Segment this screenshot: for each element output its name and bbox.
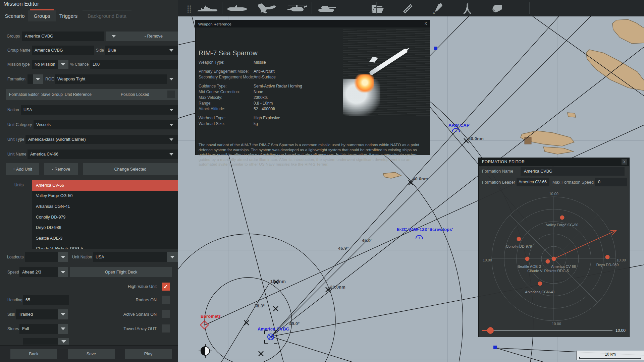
aircraft-icon[interactable]: [252, 0, 282, 16]
loadouts-select[interactable]: [25, 252, 58, 262]
radars-on-checkbox[interactable]: [162, 296, 170, 304]
play-button[interactable]: Play: [125, 349, 172, 359]
formation-polar-plot[interactable]: 10.00 10.00 10.00 10.00 Valley Forge CG-…: [479, 166, 629, 337]
change-selected-button[interactable]: Change Selected: [83, 163, 178, 175]
surface-ship-icon[interactable]: [193, 0, 222, 16]
unit-list-item[interactable]: Valley Forge CG-50: [32, 191, 178, 201]
chance-input[interactable]: 100: [90, 60, 178, 69]
mission-type-select[interactable]: No Mission: [32, 60, 58, 69]
group-name-input[interactable]: America CVBG: [32, 46, 94, 55]
unit-list-item[interactable]: Conolly DD-979: [32, 212, 178, 223]
unit-type-label: Unit Type: [7, 137, 24, 142]
add-unit-button[interactable]: + Add Unit: [6, 163, 39, 175]
high-value-unit-checkbox[interactable]: ✓: [162, 283, 170, 291]
formation-unit-dot[interactable]: [546, 259, 550, 264]
chevron-down-icon[interactable]: [169, 49, 173, 52]
save-button[interactable]: Save: [68, 349, 115, 359]
formation-unit-dot[interactable]: [517, 237, 521, 241]
groups-dropdown-remove-bar[interactable]: - Remove: [106, 32, 178, 41]
unit-nation-dropdown[interactable]: [167, 252, 178, 262]
ruler-icon[interactable]: [393, 0, 422, 16]
map-label-aaw-cap[interactable]: AAW CAP: [448, 123, 470, 128]
unit-square-marker[interactable]: [493, 346, 497, 349]
units-list[interactable]: America CV-66Valley Forge CG-50Arkansas …: [32, 180, 178, 249]
chevron-down-icon[interactable]: [169, 153, 173, 156]
unit-reference-button[interactable]: Unit Reference: [65, 92, 92, 97]
chevron-down-icon[interactable]: [169, 138, 173, 141]
spec-label: Max Velocity:: [199, 95, 222, 100]
helicopter-icon[interactable]: [282, 0, 312, 16]
towed-array-out-checkbox[interactable]: [162, 324, 170, 333]
submarine-icon[interactable]: [222, 0, 252, 16]
unit-list-item[interactable]: Claude V. Rickets DDG-5: [32, 244, 178, 249]
loadouts-dropdown[interactable]: [58, 252, 68, 262]
tab-groups[interactable]: Groups: [28, 10, 56, 21]
mission-type-label: Mission type: [7, 62, 30, 67]
remove-unit-button[interactable]: - Remove: [44, 163, 78, 175]
skill-select[interactable]: Trained: [16, 309, 58, 319]
formation-dropdown[interactable]: [33, 74, 43, 84]
compass-icon[interactable]: [452, 0, 482, 16]
formation-editor-titlebar[interactable]: FORMATION EDITOR X: [479, 158, 629, 166]
formation-unit-dot[interactable]: [605, 255, 610, 259]
active-sonars-on-checkbox[interactable]: [162, 310, 170, 318]
speed-select[interactable]: Ahead 2/3: [19, 267, 58, 277]
map-label-e2c[interactable]: E-2C VAW-123 'Screwtops': [397, 227, 453, 232]
tab-background-data[interactable]: Background Data: [83, 10, 131, 21]
map-label-america-cvbg[interactable]: America CVBG: [258, 326, 289, 331]
unit-list-item[interactable]: Seattle AOE-3: [32, 233, 178, 244]
formation-unit-dot[interactable]: [552, 257, 556, 261]
clipped-select[interactable]: [23, 338, 58, 345]
unit-list-item[interactable]: Arkansas CGN-41: [32, 201, 178, 212]
groups-select[interactable]: America CVBG: [22, 32, 104, 41]
skill-dropdown[interactable]: [58, 309, 68, 319]
formation-editor-button[interactable]: Formation Editor: [9, 92, 39, 97]
toolbar-drag-handle[interactable]: ●●●●●●●●: [187, 5, 191, 12]
unit-list-item[interactable]: Deyo DD-989: [32, 222, 178, 233]
map-label-barometr[interactable]: Barometr: [201, 314, 220, 319]
roe-select[interactable]: Weapons Tight: [55, 74, 167, 84]
tab-triggers[interactable]: Triggers: [57, 10, 80, 21]
position-locked-checkbox[interactable]: [167, 90, 175, 98]
chevron-down-icon[interactable]: [169, 78, 173, 80]
back-button[interactable]: Back: [10, 349, 57, 359]
mission-type-dropdown[interactable]: [58, 60, 68, 69]
tank-icon[interactable]: [312, 0, 341, 16]
chance-label: % Chance: [70, 62, 89, 67]
pencil-icon[interactable]: x: [423, 0, 452, 16]
roe-label: ROE: [45, 77, 54, 81]
chevron-down-icon[interactable]: [112, 35, 116, 38]
open-flight-deck-button[interactable]: Open Flight Deck: [70, 267, 172, 277]
spec-row: Mid Course Correction:None: [199, 89, 240, 94]
chevron-down-icon[interactable]: [169, 124, 173, 126]
formation-select[interactable]: [28, 74, 33, 84]
stores-dropdown[interactable]: [58, 324, 68, 334]
formation-unit-dot[interactable]: [538, 282, 542, 286]
unit-square-marker[interactable]: [434, 47, 437, 50]
weapon-reference-titlebar[interactable]: Weapon Reference X: [196, 20, 430, 27]
stores-select[interactable]: Full: [19, 324, 58, 334]
nation-select[interactable]: USA: [21, 105, 178, 115]
speed-dropdown[interactable]: [58, 267, 68, 277]
unit-name-select[interactable]: America CV-66: [28, 149, 178, 159]
chevron-down-icon[interactable]: [169, 109, 173, 111]
remove-group-button[interactable]: - Remove: [145, 34, 163, 39]
formation-unit-dot[interactable]: [560, 216, 565, 220]
spec-label: Warhead Size:: [199, 121, 225, 126]
side-select[interactable]: Blue: [105, 46, 178, 55]
tab-scenario[interactable]: Scenario: [3, 10, 27, 21]
clipped-dropdown[interactable]: [58, 338, 69, 345]
eraser-icon[interactable]: [482, 0, 512, 16]
close-icon[interactable]: X: [622, 159, 627, 165]
unit-category-select[interactable]: Vessels: [34, 120, 178, 129]
heading-input[interactable]: 65: [23, 295, 69, 305]
folder-icon[interactable]: [363, 0, 392, 16]
save-group-button[interactable]: Save Group: [41, 92, 63, 97]
unit-list-item[interactable]: America CV-66: [32, 180, 178, 191]
position-locked-label[interactable]: Position Locked: [121, 92, 149, 97]
close-icon[interactable]: X: [425, 21, 427, 25]
spec-value: Anti-Surface: [254, 75, 276, 79]
unit-type-select[interactable]: America-class (Aircraft Carrier): [25, 135, 178, 144]
unit-nation-select[interactable]: USA: [93, 252, 167, 262]
formation-unit-dot[interactable]: [525, 257, 530, 261]
